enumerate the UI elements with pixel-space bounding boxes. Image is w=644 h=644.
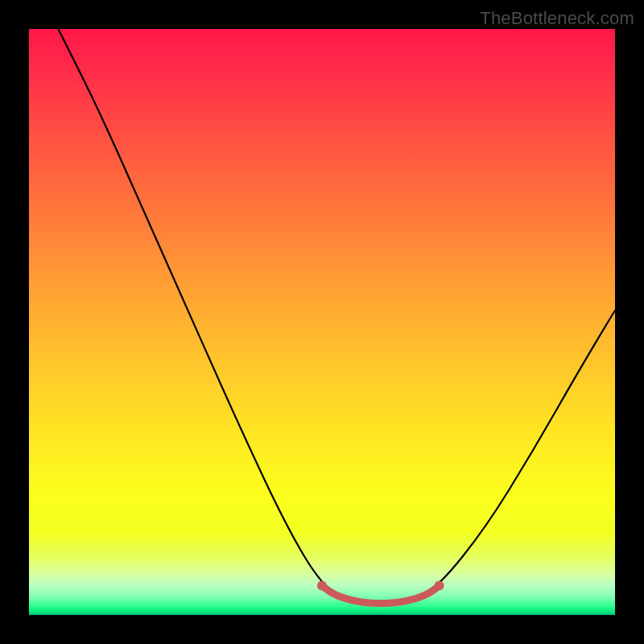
- curve-svg: [29, 29, 615, 615]
- highlight-segment: [322, 586, 440, 604]
- plot-area: [29, 29, 615, 615]
- chart-frame: TheBottleneck.com: [0, 0, 644, 644]
- highlight-marker: [317, 581, 327, 591]
- highlight-markers: [317, 581, 444, 591]
- bottleneck-curve: [58, 29, 615, 603]
- highlight-marker: [435, 581, 444, 591]
- watermark-text: TheBottleneck.com: [480, 8, 634, 29]
